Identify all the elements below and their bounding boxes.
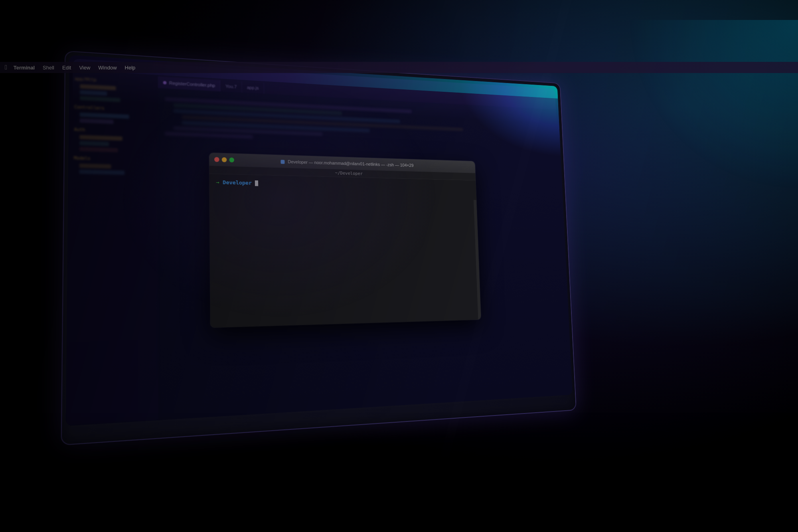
editor-tab-appjs-label: app.js [247,85,259,91]
terminal-prompt-line: → Developer [216,179,470,191]
menubar-item-window[interactable]: Window [95,64,120,71]
sidebar-line-1 [80,84,116,90]
prompt-directory: Developer [223,179,252,186]
sidebar-folder-3: Auth [72,126,154,136]
sidebar-line-4 [80,113,129,119]
terminal-title-text: Developer — noor.mohammad@nilarv01-netli… [288,159,413,168]
sidebar-line-7 [79,141,109,146]
editor-sidebar: app/Http Controllers Auth Models [66,70,158,426]
editor-tab-appjs[interactable]: app.js [242,81,264,94]
sidebar-line-5 [80,119,114,124]
sidebar-items: app/Http Controllers Auth Models [68,70,158,182]
editor-tab-you-label: You.7 [225,84,237,89]
code-line-7 [165,132,253,138]
minimize-button[interactable] [222,157,227,162]
monitor-screen: app/Http Controllers Auth Models [66,55,573,426]
terminal-path: ~/Developer [335,170,363,176]
editor-tab-you[interactable]: You.7 [220,80,242,93]
editor-tab-register-label: RegisterController.php [169,81,215,88]
tab-dot-register [163,81,167,85]
prompt-arrow: → [216,179,219,186]
terminal-window[interactable]: Developer — noor.mohammad@nilarv01-netli… [209,153,481,328]
monitor: app/Http Controllers Auth Models [61,51,577,446]
sidebar-line-8 [79,147,118,152]
sidebar-line-10 [79,170,125,175]
maximize-button[interactable] [229,157,234,162]
terminal-cursor [255,180,258,186]
traffic-lights [214,157,234,162]
monitor-bezel: app/Http Controllers Auth Models [61,51,577,446]
apple-menu-icon[interactable]:  [5,64,7,71]
terminal-body[interactable]: → Developer [209,174,481,328]
sidebar-line-6 [79,135,122,140]
sidebar-line-2 [80,90,107,96]
sidebar-line-9 [79,164,111,169]
menubar:  Terminal Shell Edit View Window Help [0,62,798,73]
menubar-item-edit[interactable]: Edit [59,64,74,71]
terminal-title-icon [280,160,284,164]
close-button[interactable] [214,157,219,162]
menubar-item-terminal[interactable]: Terminal [10,64,38,71]
menubar-item-view[interactable]: View [76,64,93,71]
sidebar-line-3 [80,96,120,103]
menubar-item-shell[interactable]: Shell [40,64,57,71]
terminal-title: Developer — noor.mohammad@nilarv01-netli… [280,159,413,168]
sidebar-folder-4: Models [72,154,154,164]
menubar-item-help[interactable]: Help [122,64,139,71]
